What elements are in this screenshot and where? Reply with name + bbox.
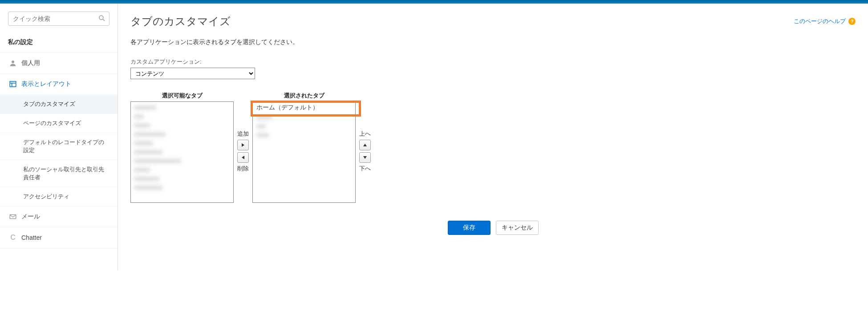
subnav-default-record-type[interactable]: デフォルトのレコードタイプの設定 bbox=[0, 133, 118, 160]
list-item[interactable]: xxxxxxxxxxxxxxx bbox=[132, 156, 232, 165]
list-item[interactable]: xxxxx bbox=[132, 165, 232, 174]
sidebar-item-display-layout[interactable]: 表示とレイアウト bbox=[0, 73, 118, 94]
add-button[interactable] bbox=[237, 140, 249, 150]
selected-tabs-listbox[interactable]: ホーム（デフォルト） xxxxx xxx xxxx bbox=[252, 101, 356, 203]
subnav-customize-tabs[interactable]: タブのカスタマイズ bbox=[0, 94, 118, 113]
custom-app-select[interactable]: コンテンツ bbox=[130, 68, 255, 79]
list-item[interactable]: xxxxx bbox=[254, 113, 354, 121]
help-link-label: このページのヘルプ bbox=[794, 17, 846, 25]
available-tabs-listbox[interactable]: xxxxxxx xxx xxxxx xxxxxxxxxx xxxxxx xxxx… bbox=[130, 101, 234, 203]
chatter-icon: C bbox=[8, 234, 18, 242]
custom-app-label: カスタムアプリケーション: bbox=[130, 58, 856, 66]
list-item[interactable]: xxxxxxxxxx bbox=[132, 129, 232, 138]
list-item[interactable]: xxxxxxxx bbox=[132, 174, 232, 183]
move-down-button[interactable] bbox=[359, 152, 371, 163]
svg-rect-3 bbox=[10, 81, 16, 87]
down-label: 下へ bbox=[359, 165, 371, 173]
add-remove-controls: 追加 削除 bbox=[237, 101, 249, 202]
search-icon bbox=[98, 14, 106, 22]
main-content: タブのカスタマイズ このページのヘルプ ? 各アプリケーションに表示されるタブを… bbox=[118, 4, 868, 270]
help-icon: ? bbox=[848, 18, 856, 25]
sidebar-item-label: 個人用 bbox=[21, 59, 40, 67]
person-icon bbox=[8, 59, 18, 67]
sidebar-item-label: 表示とレイアウト bbox=[21, 80, 71, 88]
svg-marker-10 bbox=[363, 156, 367, 159]
save-button[interactable]: 保存 bbox=[448, 221, 491, 235]
remove-label: 削除 bbox=[237, 165, 249, 173]
help-link[interactable]: このページのヘルプ ? bbox=[794, 17, 856, 25]
quick-find-search[interactable] bbox=[8, 12, 110, 26]
sidebar-item-personal[interactable]: 個人用 bbox=[0, 52, 118, 73]
svg-point-0 bbox=[99, 16, 103, 20]
mail-icon bbox=[8, 213, 18, 221]
svg-line-1 bbox=[103, 19, 105, 21]
list-item[interactable]: xxxx bbox=[254, 130, 354, 139]
app-topbar bbox=[0, 0, 868, 4]
list-item[interactable]: xxxxxx bbox=[132, 138, 232, 147]
selected-tabs-header: 選択されたタブ bbox=[284, 92, 324, 100]
quick-find-input[interactable] bbox=[8, 12, 110, 26]
selected-first-item[interactable]: ホーム（デフォルト） bbox=[254, 103, 354, 113]
list-item[interactable]: xxxxxxxxx bbox=[132, 183, 232, 192]
svg-marker-9 bbox=[363, 144, 367, 146]
list-item[interactable]: xxx bbox=[254, 121, 354, 130]
sidebar-item-chatter[interactable]: C Chatter bbox=[0, 227, 118, 248]
add-label: 追加 bbox=[237, 130, 249, 138]
subnav-accessibility[interactable]: アクセシビリティ bbox=[0, 187, 118, 206]
layout-icon bbox=[8, 80, 18, 88]
sidebar-item-email[interactable]: メール bbox=[0, 206, 118, 227]
list-item[interactable]: xxxxxxx bbox=[132, 103, 232, 112]
page-title: タブのカスタマイズ bbox=[130, 14, 231, 28]
remove-button[interactable] bbox=[237, 152, 249, 163]
list-item[interactable]: xxxxxxxxx bbox=[132, 147, 232, 156]
subnav-social-accounts[interactable]: 私のソーシャル取引先と取引先責任者 bbox=[0, 160, 118, 187]
available-tabs-header: 選択可能なタブ bbox=[162, 92, 203, 100]
footer-buttons: 保存 キャンセル bbox=[130, 221, 856, 235]
subnav-customize-pages[interactable]: ページのカスタマイズ bbox=[0, 113, 118, 133]
svg-marker-7 bbox=[242, 143, 244, 147]
svg-marker-8 bbox=[242, 156, 244, 159]
sidebar: 私の設定 個人用 表示とレイアウト タブのカスタマイズ ページのカスタマイズ デ… bbox=[0, 4, 118, 270]
sidebar-item-label: メール bbox=[21, 213, 40, 221]
move-up-button[interactable] bbox=[359, 140, 371, 150]
cancel-button[interactable]: キャンセル bbox=[496, 221, 539, 235]
up-label: 上へ bbox=[359, 130, 371, 138]
list-item[interactable]: xxx bbox=[132, 112, 232, 121]
my-settings-heading: 私の設定 bbox=[0, 32, 118, 52]
list-item[interactable]: xxxxx bbox=[132, 121, 232, 129]
svg-point-2 bbox=[12, 61, 14, 63]
page-description: 各アプリケーションに表示されるタブを選択してください。 bbox=[130, 38, 856, 46]
dual-listbox: 選択可能なタブ xxxxxxx xxx xxxxx xxxxxxxxxx xxx… bbox=[130, 92, 856, 203]
sidebar-item-label: Chatter bbox=[21, 234, 42, 241]
reorder-controls: 上へ 下へ bbox=[359, 101, 371, 202]
